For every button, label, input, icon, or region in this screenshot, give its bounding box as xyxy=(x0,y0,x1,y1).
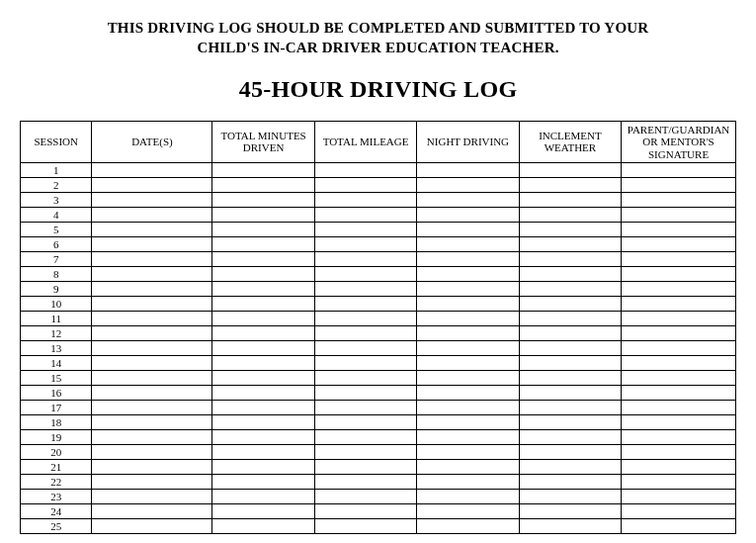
cell-total_mileage xyxy=(314,386,416,401)
cell-signature xyxy=(622,193,736,208)
cell-total_mileage xyxy=(314,163,416,178)
cell-dates xyxy=(92,460,212,475)
col-header-total-mileage: TOTAL MILEAGE xyxy=(314,121,416,163)
cell-total_minutes xyxy=(212,519,314,534)
table-row: 1 xyxy=(21,163,736,178)
cell-total_minutes xyxy=(212,430,314,445)
cell-session: 13 xyxy=(21,341,92,356)
cell-signature xyxy=(622,519,736,534)
cell-inclement xyxy=(519,237,621,252)
cell-night_driving xyxy=(417,445,519,460)
table-row: 17 xyxy=(21,401,736,415)
cell-night_driving xyxy=(417,163,519,178)
cell-dates xyxy=(92,208,212,223)
cell-signature xyxy=(622,490,736,504)
cell-night_driving xyxy=(417,178,519,193)
table-row: 3 xyxy=(21,193,736,208)
table-body: 1234567891011121314151617181920212223242… xyxy=(21,163,736,534)
cell-session: 19 xyxy=(21,430,92,445)
cell-night_driving xyxy=(417,341,519,356)
table-row: 15 xyxy=(21,371,736,386)
table-row: 20 xyxy=(21,445,736,460)
cell-session: 17 xyxy=(21,401,92,415)
cell-dates xyxy=(92,282,212,297)
cell-dates xyxy=(92,430,212,445)
cell-session: 18 xyxy=(21,415,92,430)
cell-total_minutes xyxy=(212,312,314,326)
cell-dates xyxy=(92,267,212,282)
cell-session: 3 xyxy=(21,193,92,208)
cell-total_minutes xyxy=(212,282,314,297)
cell-inclement xyxy=(519,163,621,178)
table-row: 13 xyxy=(21,341,736,356)
cell-night_driving xyxy=(417,297,519,312)
cell-night_driving xyxy=(417,282,519,297)
cell-inclement xyxy=(519,371,621,386)
table-row: 22 xyxy=(21,475,736,490)
cell-night_driving xyxy=(417,326,519,341)
cell-dates xyxy=(92,163,212,178)
cell-signature xyxy=(622,401,736,415)
cell-total_minutes xyxy=(212,163,314,178)
cell-signature xyxy=(622,326,736,341)
col-header-dates: DATE(S) xyxy=(92,121,212,163)
cell-night_driving xyxy=(417,415,519,430)
cell-session: 20 xyxy=(21,445,92,460)
cell-dates xyxy=(92,312,212,326)
cell-session: 10 xyxy=(21,297,92,312)
cell-total_mileage xyxy=(314,341,416,356)
cell-total_minutes xyxy=(212,297,314,312)
cell-dates xyxy=(92,297,212,312)
cell-night_driving xyxy=(417,371,519,386)
cell-inclement xyxy=(519,356,621,371)
table-row: 19 xyxy=(21,430,736,445)
table-row: 14 xyxy=(21,356,736,371)
table-row: 4 xyxy=(21,208,736,223)
cell-total_mileage xyxy=(314,252,416,267)
cell-total_minutes xyxy=(212,356,314,371)
cell-total_minutes xyxy=(212,460,314,475)
cell-night_driving xyxy=(417,386,519,401)
cell-total_minutes xyxy=(212,490,314,504)
cell-session: 24 xyxy=(21,504,92,519)
cell-signature xyxy=(622,386,736,401)
cell-signature xyxy=(622,312,736,326)
cell-total_minutes xyxy=(212,178,314,193)
cell-signature xyxy=(622,356,736,371)
table-row: 21 xyxy=(21,460,736,475)
cell-session: 23 xyxy=(21,490,92,504)
cell-signature xyxy=(622,223,736,237)
cell-total_mileage xyxy=(314,297,416,312)
cell-session: 1 xyxy=(21,163,92,178)
cell-signature xyxy=(622,252,736,267)
cell-total_minutes xyxy=(212,371,314,386)
cell-session: 5 xyxy=(21,223,92,237)
cell-session: 9 xyxy=(21,282,92,297)
cell-inclement xyxy=(519,312,621,326)
cell-night_driving xyxy=(417,223,519,237)
cell-dates xyxy=(92,445,212,460)
cell-inclement xyxy=(519,415,621,430)
cell-inclement xyxy=(519,386,621,401)
table-row: 16 xyxy=(21,386,736,401)
cell-session: 8 xyxy=(21,267,92,282)
cell-session: 7 xyxy=(21,252,92,267)
cell-session: 6 xyxy=(21,237,92,252)
driving-log-table: SESSION DATE(S) TOTAL MINUTES DRIVEN TOT… xyxy=(20,121,736,535)
col-header-session: SESSION xyxy=(21,121,92,163)
cell-inclement xyxy=(519,430,621,445)
cell-night_driving xyxy=(417,490,519,504)
table-row: 6 xyxy=(21,237,736,252)
cell-session: 12 xyxy=(21,326,92,341)
cell-dates xyxy=(92,519,212,534)
cell-total_mileage xyxy=(314,356,416,371)
cell-total_mileage xyxy=(314,178,416,193)
cell-total_mileage xyxy=(314,460,416,475)
cell-signature xyxy=(622,415,736,430)
cell-total_mileage xyxy=(314,223,416,237)
cell-dates xyxy=(92,356,212,371)
cell-total_mileage xyxy=(314,267,416,282)
cell-signature xyxy=(622,178,736,193)
main-title: 45-HOUR DRIVING LOG xyxy=(20,76,736,103)
table-row: 11 xyxy=(21,312,736,326)
